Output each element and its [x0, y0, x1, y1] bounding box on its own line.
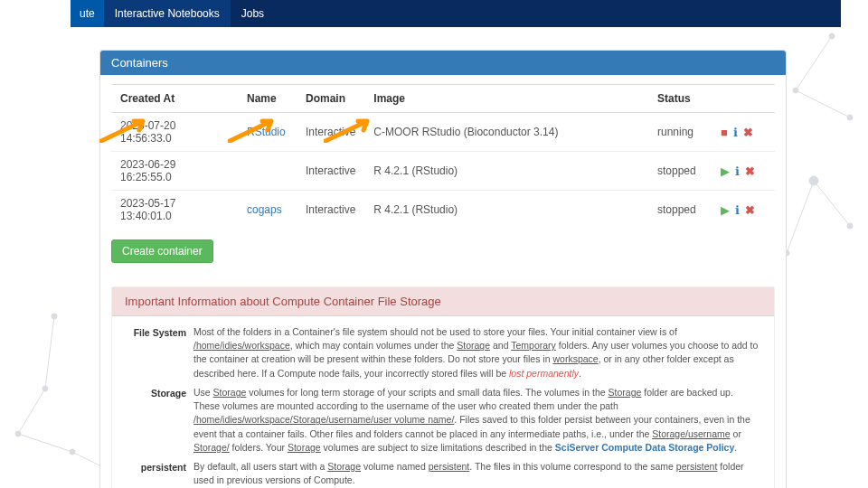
dt-filesystem: File System [125, 325, 186, 340]
cell-image: R 4.2.1 (RStudio) [364, 152, 648, 191]
dt-persistent: persistent [125, 460, 186, 474]
table-row: 2023-06-29 16:25:55.0InteractiveR 4.2.1 … [111, 152, 775, 191]
col-domain: Domain [297, 85, 364, 113]
cell-name: cogaps [238, 191, 297, 230]
nav-jobs[interactable]: Jobs [231, 0, 275, 27]
table-row: 2023-05-17 13:40:01.0cogapsInteractiveR … [111, 191, 775, 230]
svg-point-1 [793, 88, 798, 93]
cell-status: running [648, 113, 712, 152]
cell-created: 2023-05-17 13:40:01.0 [111, 191, 238, 230]
svg-point-12 [70, 449, 75, 455]
storage-policy-link[interactable]: SciServer Compute Data Storage Policy [555, 442, 734, 453]
container-name-link[interactable]: cogaps [247, 203, 282, 216]
svg-line-3 [796, 36, 832, 90]
svg-point-0 [829, 33, 835, 39]
col-name: Name [238, 85, 297, 113]
cell-name: RStudio [238, 113, 297, 152]
cell-status: stopped [648, 191, 712, 230]
cell-image: C-MOOR RStudio (Bioconductor 3.14) [364, 113, 648, 152]
svg-line-8 [814, 181, 850, 226]
cell-domain: Interactive [297, 191, 364, 230]
cell-created: 2023-06-29 16:25:55.0 [111, 152, 238, 191]
info-icon[interactable]: ℹ [735, 203, 740, 217]
svg-point-5 [809, 176, 818, 185]
dd-filesystem: Most of the folders in a Container's fil… [193, 325, 761, 380]
cell-domain: Interactive [297, 113, 364, 152]
cell-actions: ■ℹ✖ [712, 113, 775, 152]
info-panel: Important Information about Compute Cont… [111, 286, 775, 488]
start-icon[interactable]: ▶ [721, 203, 730, 217]
containers-panel: Containers Created At Name Domain Image … [99, 50, 787, 488]
svg-point-2 [847, 115, 853, 120]
dd-persistent: By default, all users start with a Stora… [193, 460, 761, 487]
dd-storage: Use Storage volumes for long term storag… [193, 386, 761, 455]
svg-point-10 [42, 386, 48, 391]
cell-status: stopped [648, 152, 712, 191]
delete-icon[interactable]: ✖ [745, 164, 755, 178]
delete-icon[interactable]: ✖ [743, 126, 753, 139]
col-image: Image [364, 85, 648, 113]
col-status: Status [648, 85, 712, 113]
svg-line-4 [796, 90, 850, 117]
create-container-button[interactable]: Create container [111, 239, 213, 263]
brand-fragment[interactable]: ute [71, 0, 104, 27]
stop-icon[interactable]: ■ [721, 126, 728, 139]
container-name-link[interactable]: RStudio [247, 126, 286, 138]
dt-storage: Storage [125, 386, 186, 400]
delete-icon[interactable]: ✖ [745, 203, 755, 217]
svg-line-15 [18, 434, 72, 452]
svg-line-14 [18, 389, 45, 434]
top-navbar: ute Interactive Notebooks Jobs [71, 0, 841, 27]
cell-name [238, 152, 297, 191]
svg-point-17 [52, 314, 57, 319]
table-row: 2023-07-20 14:56:33.0RStudioInteractiveC… [111, 113, 775, 152]
cell-created: 2023-07-20 14:56:33.0 [111, 113, 238, 152]
cell-actions: ▶ℹ✖ [712, 152, 775, 191]
cell-actions: ▶ℹ✖ [712, 191, 775, 230]
col-actions [712, 85, 775, 113]
svg-point-6 [847, 223, 853, 229]
panel-title: Containers [100, 51, 786, 75]
cell-domain: Interactive [297, 152, 364, 191]
svg-line-9 [787, 181, 814, 253]
nav-interactive-notebooks[interactable]: Interactive Notebooks [104, 0, 231, 27]
containers-table: Created At Name Domain Image Status 2023… [111, 84, 775, 229]
col-created: Created At [111, 85, 238, 113]
info-icon[interactable]: ℹ [735, 164, 740, 178]
cell-image: R 4.2.1 (RStudio) [364, 191, 648, 230]
start-icon[interactable]: ▶ [721, 164, 730, 178]
info-icon[interactable]: ℹ [733, 126, 738, 139]
svg-line-18 [45, 316, 54, 389]
info-heading: Important Information about Compute Cont… [112, 287, 774, 316]
svg-point-11 [15, 431, 21, 436]
